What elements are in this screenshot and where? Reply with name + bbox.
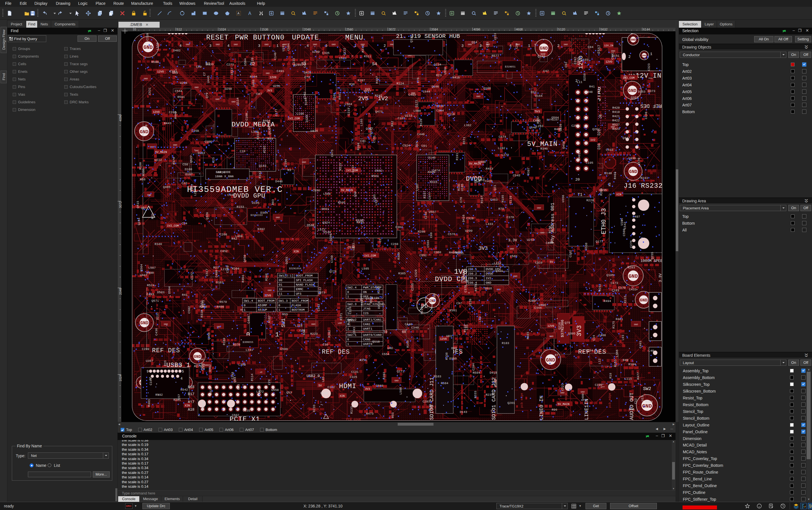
svg-text:L215: L215 — [221, 267, 228, 271]
svg-text:D163: D163 — [216, 281, 223, 284]
svg-text:B17: B17 — [188, 392, 194, 396]
svg-text:C521: C521 — [148, 87, 151, 95]
svg-text:Q329: Q329 — [365, 296, 373, 300]
svg-text:XIN: XIN — [294, 250, 299, 253]
svg-text:ON: ON — [363, 290, 367, 294]
svg-text:R107: R107 — [480, 196, 484, 203]
svg-text:3: 3 — [479, 44, 482, 48]
svg-text:L341: L341 — [246, 348, 253, 352]
svg-text:C47: C47 — [543, 69, 549, 73]
svg-text:R409: R409 — [428, 170, 435, 174]
svg-text:21. J19 SENSOR HUB: 21. J19 SENSOR HUB — [396, 33, 460, 39]
svg-text:A53MP: A53MP — [258, 304, 267, 307]
svg-text:U187: U187 — [282, 44, 285, 51]
svg-text:D233: D233 — [312, 405, 316, 412]
svg-text:C84: C84 — [588, 46, 594, 49]
svg-text:C173: C173 — [611, 281, 618, 285]
svg-text:C408: C408 — [546, 241, 553, 245]
svg-text:1: 1 — [278, 308, 280, 312]
svg-text:U445: U445 — [207, 76, 210, 83]
svg-text:R242: R242 — [375, 94, 382, 97]
svg-text:Q255: Q255 — [651, 252, 654, 259]
svg-text:C202: C202 — [383, 372, 386, 379]
svg-text:Q395: Q395 — [568, 332, 575, 335]
svg-text:C552: C552 — [419, 254, 427, 257]
svg-text:XIN: XIN — [339, 395, 345, 398]
svg-text:A: A — [248, 11, 251, 16]
svg-text:R243: R243 — [640, 176, 648, 180]
svg-text:R584: R584 — [441, 381, 448, 385]
svg-text:C22: C22 — [182, 181, 187, 185]
svg-text:C420: C420 — [485, 179, 492, 183]
svg-text:R124: R124 — [396, 82, 404, 85]
svg-text:R23: R23 — [436, 74, 442, 77]
svg-text:2: 2 — [628, 55, 631, 59]
svg-text:C533: C533 — [348, 246, 355, 249]
svg-text:R306: R306 — [142, 169, 145, 176]
svg-text:L307: L307 — [416, 183, 419, 191]
svg-text:C78: C78 — [268, 379, 271, 385]
svg-text:C131: C131 — [351, 370, 359, 374]
svg-text:BOOT_FROM: BOOT_FROM — [258, 299, 274, 303]
svg-text:U447: U447 — [140, 274, 147, 277]
svg-text:3.3V: 3.3V — [508, 238, 517, 243]
svg-text:C292: C292 — [574, 57, 577, 64]
svg-text:C370: C370 — [618, 286, 626, 290]
svg-text:UFS: UFS — [296, 292, 301, 295]
svg-text:D258: D258 — [583, 74, 587, 81]
svg-text:R79: R79 — [499, 207, 504, 210]
svg-text:C491: C491 — [277, 69, 284, 73]
svg-text:I2S: I2S — [363, 312, 369, 315]
svg-text:C533: C533 — [606, 148, 613, 151]
svg-text:C517: C517 — [231, 68, 234, 75]
svg-text:C59: C59 — [196, 65, 202, 68]
svg-text:Q527: Q527 — [189, 155, 193, 163]
svg-text:R492: R492 — [258, 227, 265, 231]
svg-text:L468: L468 — [235, 234, 243, 238]
svg-text:L508: L508 — [399, 387, 402, 395]
svg-text:C177: C177 — [275, 109, 278, 116]
svg-text:BOOT_FROM: BOOT_FROM — [292, 299, 308, 303]
svg-text:C41: C41 — [360, 139, 366, 143]
svg-text:C104: C104 — [284, 159, 288, 167]
svg-text:R3: R3 — [288, 169, 291, 172]
svg-text:18mm X 6mm: 18mm X 6mm — [215, 175, 234, 178]
svg-text:GND: GND — [395, 379, 399, 382]
svg-text:C255: C255 — [411, 283, 414, 291]
svg-text:R133: R133 — [350, 406, 353, 414]
svg-text:9: 9 — [147, 370, 149, 374]
svg-text:RESET: RESET — [206, 34, 229, 42]
svg-text:R209: R209 — [528, 299, 536, 303]
svg-text:GND: GND — [268, 289, 272, 291]
svg-text:R419: R419 — [612, 110, 620, 114]
svg-text:R397: R397 — [527, 168, 530, 175]
svg-text:00: 00 — [279, 279, 282, 282]
svg-text:GND: GND — [266, 72, 270, 75]
svg-text:Q459: Q459 — [243, 255, 246, 262]
svg-text:L595: L595 — [362, 267, 369, 271]
svg-text:GND: GND — [634, 323, 638, 326]
svg-text:C92: C92 — [564, 62, 568, 67]
svg-text:C528: C528 — [559, 124, 562, 131]
svg-text:4: 4 — [179, 44, 182, 48]
svg-text:Q75: Q75 — [565, 321, 570, 324]
svg-text:C289: C289 — [142, 347, 149, 351]
svg-text:U206: U206 — [180, 81, 187, 85]
svg-text:3V3: 3V3 — [267, 89, 272, 92]
svg-text:GND: GND — [311, 323, 315, 325]
svg-text:C323: C323 — [647, 63, 651, 71]
svg-text:GND: GND — [537, 206, 541, 209]
svg-text:Q154: Q154 — [137, 218, 141, 225]
svg-text:C493: C493 — [639, 341, 642, 348]
svg-text:Phy Address 001: Phy Address 001 — [550, 203, 555, 243]
svg-text:C556: C556 — [312, 189, 320, 192]
svg-text:C63: C63 — [237, 384, 240, 390]
svg-text:R584: R584 — [473, 371, 480, 374]
svg-text:Q53: Q53 — [286, 391, 292, 394]
svg-text:C449: C449 — [644, 112, 648, 119]
svg-text:GND: GND — [564, 43, 568, 46]
svg-text:Q489: Q489 — [581, 393, 585, 401]
svg-text:C268: C268 — [391, 243, 398, 246]
svg-text:1: 1 — [528, 44, 530, 48]
svg-text:D107: D107 — [185, 173, 192, 176]
